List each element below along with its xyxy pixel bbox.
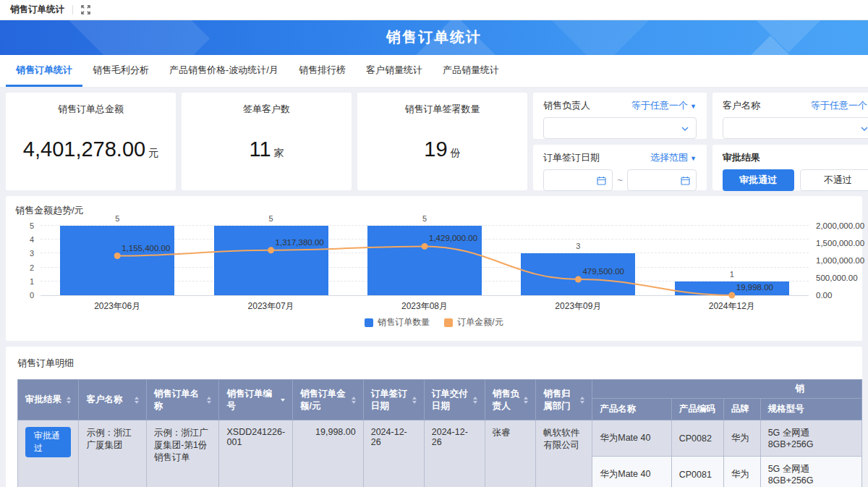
dropdown-triangle-icon: ▼	[690, 103, 697, 110]
chart-plot-area: 0123450.00500,000.001,000,000.001,500,00…	[41, 226, 809, 296]
kpi-label: 销售订单签署数量	[357, 93, 527, 116]
col-header-销售订单金额/元[interactable]: 销售订单金额/元	[293, 380, 364, 420]
sort-icon[interactable]	[281, 399, 285, 402]
col-header-销售负责人[interactable]: 销售负责人	[485, 380, 536, 420]
chevron-down-icon	[861, 127, 868, 131]
approval-status-badge[interactable]: 审批通过	[25, 427, 71, 457]
bar-value-label: 5	[115, 214, 119, 223]
filter-label: 客户名称	[723, 99, 760, 112]
col-header-客户名称[interactable]: 客户名称	[79, 380, 146, 420]
right-axis-tick: 1,500,000.00	[809, 239, 864, 247]
approval-pass-button[interactable]: 审批通过	[723, 169, 794, 191]
col-header-产品编码[interactable]: 产品编码	[671, 399, 723, 420]
tab-customer-volume[interactable]: 客户销量统计	[356, 55, 433, 87]
filter-label: 审批结果	[723, 151, 760, 164]
left-axis-tick: 5	[30, 221, 41, 230]
col-header-label: 销售订单金额/元	[300, 388, 349, 412]
cell-order_name: 示例：浙江广厦集团-第1份销售订单	[146, 420, 219, 487]
kpi-label: 签单客户数	[182, 93, 352, 116]
window-tab-title[interactable]: 销售订单统计	[10, 4, 64, 16]
operator-dropdown[interactable]: 等于任意一个▼	[631, 99, 697, 112]
sort-icon[interactable]	[67, 397, 71, 404]
legend-item[interactable]: 订单金额/元	[444, 316, 503, 329]
cell-product-code: CP0082	[671, 420, 723, 457]
cell-product-name: 华为Mate 40	[592, 420, 671, 457]
kpi-customer-count: 签单客户数 11家	[182, 93, 352, 190]
cell-amount: 19,998.00	[293, 420, 364, 487]
cell-product-spec: 5G 全网通 8GB+256G	[760, 457, 861, 487]
col-header-产品名称[interactable]: 产品名称	[592, 399, 671, 420]
page-banner: 销售订单统计	[0, 20, 868, 55]
line-point[interactable]	[422, 243, 428, 250]
left-axis-tick: 2	[30, 263, 41, 272]
approval-fail-button[interactable]: 不通过	[800, 169, 868, 191]
cell-product-brand: 华为	[723, 457, 760, 487]
kpi-unit: 份	[451, 147, 461, 158]
tab-sales-ranking[interactable]: 销售排行榜	[289, 55, 356, 87]
col-header-label: 客户名称	[86, 394, 122, 406]
sort-icon[interactable]	[524, 397, 528, 404]
chart-legend: 销售订单数量订单金额/元	[6, 316, 862, 329]
range-dropdown[interactable]: 选择范围▼	[650, 151, 697, 164]
tab-sales-order-stats[interactable]: 销售订单统计	[6, 55, 82, 87]
start-date-input[interactable]	[543, 169, 613, 191]
legend-item[interactable]: 销售订单数量	[365, 316, 430, 329]
col-header-label: 销售订单名称	[154, 388, 205, 412]
line-point[interactable]	[575, 276, 582, 282]
sort-icon[interactable]	[580, 397, 584, 404]
kpi-total-amount: 销售订单总金额 4,401,278.00元	[6, 93, 176, 190]
left-axis-tick: 0	[30, 291, 41, 300]
sort-icon[interactable]	[207, 397, 211, 404]
sort-icon[interactable]	[135, 397, 139, 404]
customer-name-select[interactable]	[723, 117, 868, 139]
tab-product-volume[interactable]: 产品销量统计	[433, 55, 509, 87]
col-header-label: 订单签订日期	[371, 388, 409, 412]
col-header-销售订单编号[interactable]: 销售订单编号	[219, 380, 293, 420]
expand-fullscreen-icon[interactable]	[81, 5, 90, 14]
line-point[interactable]	[728, 292, 735, 299]
col-header-label: 销售归属部门	[543, 388, 577, 412]
sort-icon[interactable]	[473, 397, 477, 404]
legend-label: 销售订单数量	[378, 316, 430, 329]
line-point[interactable]	[114, 253, 121, 259]
cell-product-brand: 华为	[723, 420, 760, 457]
col-header-销售归属部门[interactable]: 销售归属部门	[536, 380, 592, 420]
cell-deliver_date: 2024-12-26	[424, 420, 485, 487]
tab-price-fluctuation[interactable]: 产品销售价格-波动统计/月	[159, 55, 289, 87]
kpi-value: 4,401,278.00	[23, 137, 145, 161]
col-header-订单交付日期[interactable]: 订单交付日期	[424, 380, 485, 420]
filter-sales-owner: 销售负责人 等于任意一个▼	[533, 93, 707, 139]
page-title: 销售订单统计	[0, 20, 868, 54]
right-axis-tick: 2,000,000.00	[809, 221, 864, 230]
col-header-label: 销售订单编号	[226, 388, 278, 412]
col-header-审批结果[interactable]: 审批结果	[18, 380, 79, 420]
col-header-品牌[interactable]: 品牌	[723, 399, 760, 420]
col-header-订单签订日期[interactable]: 订单签订日期	[363, 380, 424, 420]
kpi-value: 19	[424, 137, 447, 161]
cell-product-name: 华为Mate 40	[592, 457, 671, 487]
order-detail-table: 审批结果客户名称销售订单名称销售订单编号销售订单金额/元订单签订日期订单交付日期…	[17, 379, 862, 487]
line-value-label: 1,155,400.00	[122, 244, 170, 253]
calendar-icon	[597, 176, 606, 185]
window-tab-bar: 销售订单统计	[0, 0, 868, 20]
left-axis-tick: 3	[30, 249, 41, 258]
col-header-规格型号[interactable]: 规格型号	[760, 399, 861, 420]
filter-label: 销售负责人	[543, 99, 590, 112]
cell-customer: 示例：浙江广厦集团	[79, 420, 146, 487]
sales-owner-select[interactable]	[543, 117, 697, 139]
product-group-header: 销	[592, 380, 862, 399]
cell-product-code: CP0081	[671, 457, 723, 487]
sort-icon[interactable]	[352, 397, 356, 404]
line-point[interactable]	[268, 247, 274, 253]
x-axis-label: 2023年07月	[248, 300, 294, 313]
end-date-input[interactable]	[627, 169, 697, 191]
operator-dropdown[interactable]: 等于任意一个▼	[811, 99, 868, 112]
kpi-label: 销售订单总金额	[6, 93, 176, 116]
right-axis-tick: 1,000,000.00	[809, 256, 864, 265]
tab-gross-profit[interactable]: 销售毛利分析	[82, 55, 159, 87]
col-header-销售订单名称[interactable]: 销售订单名称	[146, 380, 219, 420]
legend-swatch	[444, 318, 453, 327]
filter-customer-name: 客户名称 等于任意一个▼	[712, 93, 868, 139]
cell-approval: 审批通过	[18, 420, 79, 487]
sort-icon[interactable]	[412, 397, 417, 404]
